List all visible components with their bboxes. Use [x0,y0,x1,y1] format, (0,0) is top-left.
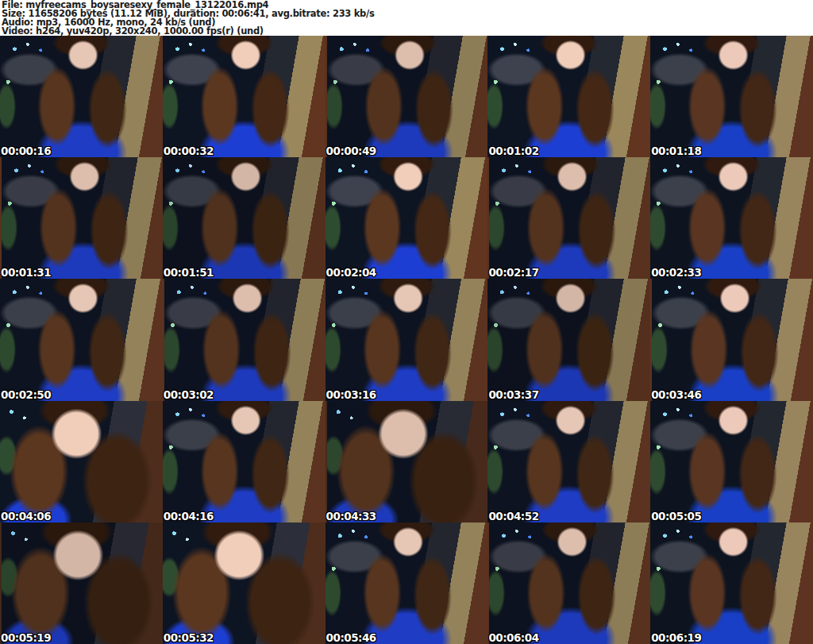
video-frame-placeholder [326,157,488,279]
frame-timestamp: 00:05:46 [326,632,376,644]
thumbnail-cell: 00:03:02 [163,279,326,400]
frame-timestamp: 00:03:46 [651,389,701,401]
frame-timestamp: 00:03:02 [164,389,214,401]
frame-timestamp: 00:04:16 [164,511,214,523]
frame-timestamp: 00:01:31 [1,267,51,279]
video-frame-placeholder [650,279,813,400]
thumbnail-cell: 00:03:46 [650,279,813,400]
frame-timestamp: 00:00:32 [164,145,214,157]
video-frame-placeholder [163,401,326,523]
frame-timestamp: 00:01:51 [164,267,214,279]
frame-timestamp: 00:01:02 [488,145,538,157]
thumbnail-cell: 00:01:02 [487,36,650,157]
video-frame-placeholder [163,157,326,279]
thumbnail-cell: 00:02:04 [326,157,488,279]
video-frame-placeholder [0,401,163,523]
frame-timestamp: 00:01:18 [651,145,701,157]
frame-timestamp: 00:04:33 [326,511,376,523]
thumbnail-cell: 00:02:50 [0,279,163,400]
video-frame-placeholder [650,401,813,523]
frame-timestamp: 00:05:05 [651,511,701,523]
frame-timestamp: 00:02:50 [1,389,51,401]
video-frame-placeholder [326,279,488,400]
video-frame-placeholder [650,36,813,157]
thumbnail-cell: 00:00:32 [163,36,326,157]
frame-timestamp: 00:05:32 [164,632,214,644]
video-frame-placeholder [163,279,326,400]
frame-timestamp: 00:00:16 [1,145,51,157]
video-contact-sheet: File: myfreecams_boysaresexy_female_1312… [0,0,813,644]
thumbnail-cell: 00:05:19 [0,523,163,644]
thumbnail-cell: 00:05:32 [163,523,326,644]
metadata-header: File: myfreecams_boysaresexy_female_1312… [0,0,813,36]
thumbnail-cell: 00:01:18 [650,36,813,157]
frame-timestamp: 00:03:37 [488,389,538,401]
video-frame-placeholder [163,36,326,157]
frame-timestamp: 00:04:06 [1,511,51,523]
video-frame-placeholder [0,157,163,279]
thumbnail-cell: 00:05:46 [326,523,488,644]
frame-timestamp: 00:06:04 [488,632,538,644]
video-frame-placeholder [487,523,650,644]
frame-timestamp: 00:00:49 [326,145,376,157]
thumbnail-grid: 00:00:16 00:00:32 00:00:49 00:01:02 00:0… [0,36,813,644]
video-frame-placeholder [0,36,163,157]
thumbnail-cell: 00:02:17 [487,157,650,279]
thumbnail-cell: 00:01:51 [163,157,326,279]
frame-timestamp: 00:02:04 [326,267,376,279]
video-frame-placeholder [650,157,813,279]
video-frame-placeholder [487,279,650,400]
thumbnail-cell: 00:04:33 [326,401,488,523]
video-frame-placeholder [326,523,488,644]
video-frame-placeholder [487,36,650,157]
thumbnail-cell: 00:00:49 [326,36,488,157]
thumbnail-cell: 00:04:16 [163,401,326,523]
video-frame-placeholder [487,157,650,279]
thumbnail-cell: 00:02:33 [650,157,813,279]
frame-timestamp: 00:02:17 [488,267,538,279]
frame-timestamp: 00:05:19 [1,632,51,644]
video-frame-placeholder [650,523,813,644]
frame-timestamp: 00:02:33 [651,267,701,279]
video-info-line: Video: h264, yuv420p, 320x240, 1000.00 f… [2,27,813,36]
video-frame-placeholder [0,523,163,644]
thumbnail-cell: 00:00:16 [0,36,163,157]
thumbnail-cell: 00:03:37 [487,279,650,400]
frame-timestamp: 00:04:52 [488,511,538,523]
video-frame-placeholder [326,36,488,157]
thumbnail-cell: 00:06:19 [650,523,813,644]
video-frame-placeholder [0,279,163,400]
thumbnail-cell: 00:04:52 [487,401,650,523]
frame-timestamp: 00:06:19 [651,632,701,644]
video-frame-placeholder [326,401,488,523]
thumbnail-cell: 00:01:31 [0,157,163,279]
thumbnail-cell: 00:04:06 [0,401,163,523]
thumbnail-cell: 00:05:05 [650,401,813,523]
thumbnail-cell: 00:03:16 [326,279,488,400]
video-frame-placeholder [163,523,326,644]
video-frame-placeholder [487,401,650,523]
thumbnail-cell: 00:06:04 [487,523,650,644]
frame-timestamp: 00:03:16 [326,389,376,401]
